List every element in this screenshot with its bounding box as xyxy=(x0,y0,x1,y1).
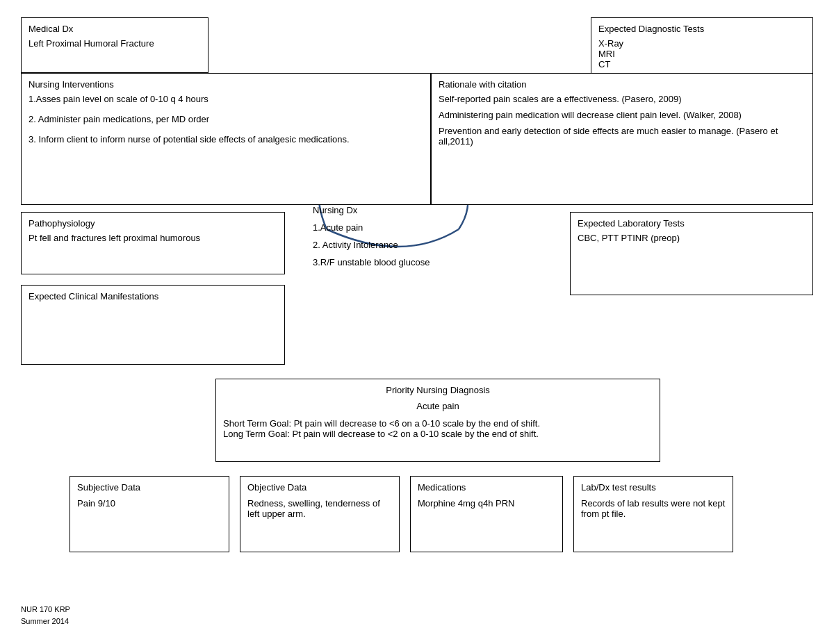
lab-dx-label: Lab/Dx test results xyxy=(581,482,726,493)
diagnostic-item-xray: X-Ray xyxy=(598,38,806,49)
pathophysiology-label: Pathophysiology xyxy=(28,218,277,229)
medical-dx-box: Medical Dx Left Proximal Humoral Fractur… xyxy=(21,17,208,73)
medications-description: Morphine 4mg q4h PRN xyxy=(418,498,555,509)
objective-description: Redness, swelling, tenderness of left up… xyxy=(247,498,392,519)
priority-nursing-long: Long Term Goal: Pt pain will decrease to… xyxy=(223,429,653,439)
priority-nursing-short: Short Term Goal: Pt pain will decrease t… xyxy=(223,418,653,429)
intervention-3: 3. Inform client to inform nurse of pote… xyxy=(28,134,423,145)
lab-dx-description: Records of lab results were not kept fro… xyxy=(581,498,726,519)
intervention-2: 2. Administer pain medications, per MD o… xyxy=(28,114,423,124)
rationale-box: Rationale with citation Self-reported pa… xyxy=(431,73,813,205)
rationale-3: Prevention and early detection of side e… xyxy=(439,126,806,147)
subjective-box: Subjective Data Pain 9/10 xyxy=(70,476,229,552)
intervention-1: 1.Asses pain level on scale of 0-10 q 4 … xyxy=(28,94,423,104)
pathophysiology-description: Pt fell and fractures left proximal humo… xyxy=(28,233,277,243)
medical-dx-label: Medical Dx xyxy=(28,24,201,34)
lab-dx-box: Lab/Dx test results Records of lab resul… xyxy=(573,476,733,552)
medical-dx-diagnosis: Left Proximal Humoral Fracture xyxy=(28,38,201,49)
expected-lab-box: Expected Laboratory Tests CBC, PTT PTINR… xyxy=(570,212,813,295)
priority-nursing-label: Priority Nursing Diagnosis xyxy=(223,385,653,395)
objective-label: Objective Data xyxy=(247,482,392,493)
rationale-2: Administering pain medication will decre… xyxy=(439,110,806,120)
priority-nursing-sublabel: Acute pain xyxy=(223,401,653,411)
footer-line2: Summer 2014 xyxy=(21,616,70,627)
footer: NUR 170 KRP Summer 2014 xyxy=(21,604,70,627)
nursing-dx-area: Nursing Dx 1.Acute pain 2. Activity Into… xyxy=(313,205,521,267)
pathophysiology-box: Pathophysiology Pt fell and fractures le… xyxy=(21,212,285,274)
nursing-interventions-box: Nursing Interventions 1.Asses pain level… xyxy=(21,73,431,205)
diagnostic-item-mri: MRI xyxy=(598,49,806,59)
medications-box: Medications Morphine 4mg q4h PRN xyxy=(410,476,563,552)
priority-nursing-box: Priority Nursing Diagnosis Acute pain Sh… xyxy=(215,379,660,462)
nursing-dx-3: 3.R/F unstable blood glucose xyxy=(313,257,521,267)
objective-box: Objective Data Redness, swelling, tender… xyxy=(240,476,400,552)
subjective-label: Subjective Data xyxy=(77,482,222,493)
expected-clinical-label: Expected Clinical Manifestations xyxy=(28,291,277,302)
expected-diagnostic-label: Expected Diagnostic Tests xyxy=(598,24,806,34)
footer-line1: NUR 170 KRP xyxy=(21,604,70,616)
nursing-interventions-label: Nursing Interventions xyxy=(28,79,423,90)
rationale-1: Self-reported pain scales are a effectiv… xyxy=(439,94,806,104)
diagnostic-item-ct: CT xyxy=(598,59,806,69)
medications-label: Medications xyxy=(418,482,555,493)
expected-clinical-box: Expected Clinical Manifestations xyxy=(21,285,285,365)
subjective-description: Pain 9/10 xyxy=(77,498,222,509)
nursing-dx-2: 2. Activity Intolerance xyxy=(313,240,521,250)
expected-lab-description: CBC, PTT PTINR (preop) xyxy=(578,233,806,243)
nursing-dx-label: Nursing Dx xyxy=(313,205,521,215)
expected-lab-label: Expected Laboratory Tests xyxy=(578,218,806,229)
nursing-dx-1: 1.Acute pain xyxy=(313,222,521,233)
rationale-label: Rationale with citation xyxy=(439,79,806,90)
